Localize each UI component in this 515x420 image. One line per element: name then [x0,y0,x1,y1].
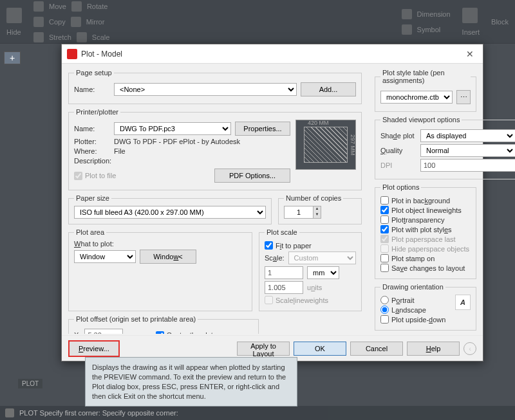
page-setup-group: Page setup Name: <None> Add... [68,69,362,104]
pdf-options-button[interactable]: PDF Options... [214,169,290,183]
ok-button[interactable]: OK [294,342,346,356]
dpi-input [420,159,515,172]
command-line[interactable]: PLOT Specify first corner: Specify oppos… [0,406,515,420]
sv-check[interactable]: Save changes to layout [380,264,471,272]
cmd-icon [5,408,14,417]
paper-size-group: Paper size ISO full bleed A3 (420.00 x 2… [68,194,272,224]
dim-h: 297 MM [350,134,356,156]
bg-check[interactable]: Plot in background [380,196,471,205]
opts-legend: Plot options [380,183,421,191]
desc-label: Description: [74,157,119,165]
tr-check[interactable]: Plot transparency [380,215,471,224]
scale-lw-check: Scale lineweights [265,296,356,304]
properties-button[interactable]: Properties... [235,122,290,136]
what-select[interactable]: Window [74,250,136,263]
plot-options-group: Plot options Plot in background Plot obj… [375,183,476,279]
shaded-group: Shaded viewport options Shade plotAs dis… [375,116,515,179]
scale-legend: Plot scale [265,228,299,236]
dim-w: 420 MM [308,120,329,126]
ribbon: Hide MoveRotate CopyMirror StretchScale … [0,0,515,44]
scale-d [265,281,303,294]
style-group: Plot style table (pen assignments) monoc… [375,69,476,112]
offset-group: Plot offset (origin set to printable are… [68,315,259,334]
style-legend: Plot style table (pen assignments) [380,69,471,84]
name-label: Name: [74,86,110,93]
help-button[interactable]: Help [407,342,460,356]
plotter-value: DWG To PDF - PDF ePlot - by Autodesk [114,138,240,145]
plot-area-group: Plot area WWhat to plot:hat to plot: Win… [68,228,252,311]
lw-check[interactable]: Plot object lineweights [380,206,471,214]
paper-preview: 420 MM 297 MM [295,120,356,170]
dpi-label: DPI [380,161,417,169]
orient-icon: A [455,295,471,310]
titlebar: Plot - Model ✕ [62,44,483,64]
printer-name-label: Name: [74,125,110,132]
move-icon [33,1,44,12]
x-input [84,329,123,334]
close-button[interactable]: ✕ [462,49,478,59]
style-edit-button[interactable]: ⋯ [456,90,471,104]
mirror-icon [71,17,81,27]
rib-lbl: Hide [6,28,22,36]
paper-size-select[interactable]: ISO full bleed A3 (420.00 x 297.00 MM) [74,206,266,219]
copy-icon [33,17,44,27]
dialog-title: Plot - Model [81,50,462,59]
copies-input[interactable] [284,206,314,219]
center-check[interactable]: Center the plot [156,331,213,334]
units-label: units [307,284,322,291]
plot-badge: PLOT [18,379,42,388]
plot-dialog: Plot - Model ✕ Page setup Name: <None> A… [61,44,483,361]
cancel-button[interactable]: Cancel [350,342,403,356]
window-button[interactable]: Window< [140,250,196,264]
quality-select[interactable]: Normal [420,144,515,157]
scale-icon [77,32,87,42]
preview-button[interactable]: Preview... [68,340,120,357]
hide-icon [6,8,22,23]
copies-spinner[interactable]: ▲▼ [314,206,321,219]
plus-icon: + [10,53,15,62]
sty-check[interactable]: Plot with plot styles [380,225,471,233]
upside-check[interactable]: Plot upside-down [380,315,453,324]
copies-group: Number of copies ▲▼ [278,194,362,224]
st-check[interactable]: Plot stamp on [380,254,471,262]
style-select[interactable]: monochrome.ctb [380,91,453,104]
paper-legend: Paper size [74,194,111,202]
orient-legend: Drawing orientation [380,283,445,291]
scale-select: Custom [288,251,356,264]
where-value: File [114,147,126,155]
mm1: mm [127,331,138,334]
unit-select[interactable]: mm [307,266,339,279]
start-tab[interactable]: + [4,51,21,64]
page-setup-select[interactable]: <None> [114,83,297,96]
shaded-legend: Shaded viewport options [380,116,462,123]
x-label: X: [74,331,80,334]
what-label: WWhat to plot:hat to plot: [74,240,247,248]
copies-legend: Number of copies [284,194,343,202]
preview-tooltip: Displays the drawing as it will appear w… [85,357,297,406]
insert-icon [462,8,478,23]
fit-check[interactable]: Fit to paper [265,241,356,250]
symbol-icon [402,24,412,35]
chevron-left-icon: ‹ [469,345,471,352]
add-button[interactable]: Add... [301,82,356,96]
expand-button[interactable]: ‹ [464,342,476,355]
area-legend: Plot area [74,228,106,236]
plotter-label: Plotter: [74,138,110,145]
pl-check: Plot paperspace last [380,235,471,243]
printer-group: Printer/plotter Name: DWG To PDF.pc3 Pro… [68,108,362,190]
dimension-icon [402,9,412,19]
scale-n [265,266,303,279]
hp-check: Hide paperspace objects [380,244,471,253]
plot-scale-group: Plot scale Fit to paper Scale:Custom mm … [259,228,362,311]
apply-button[interactable]: Apply to Layout [237,342,290,356]
hatch-icon [304,127,348,163]
landscape-radio[interactable]: Landscape [380,306,453,314]
portrait-radio[interactable]: Portrait [380,296,453,304]
quality-label: Quality [380,147,417,154]
printer-legend: Printer/plotter [74,108,120,116]
stretch-icon [33,32,44,42]
shade-label: Shade plot [380,132,417,140]
offset-legend: Plot offset (origin set to printable are… [74,315,198,323]
printer-select[interactable]: DWG To PDF.pc3 [114,122,231,135]
shade-select[interactable]: As displayed [420,129,515,142]
